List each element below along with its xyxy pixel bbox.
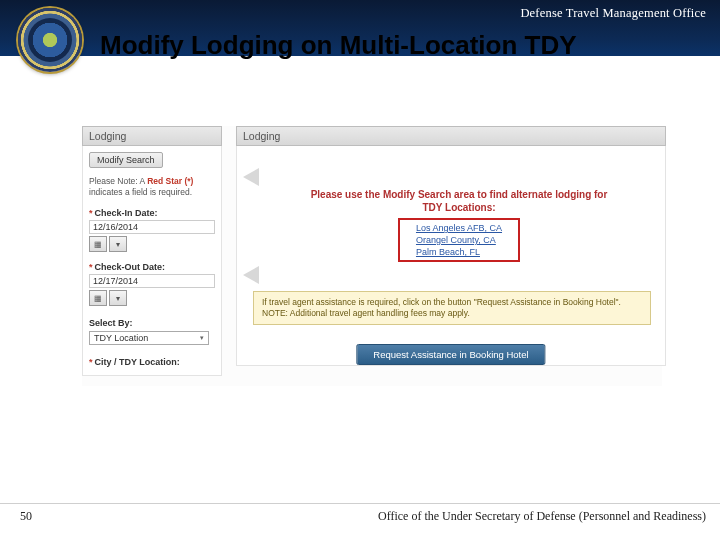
left-panel: Lodging Modify Search Please Note: A Red… (82, 126, 222, 376)
travel-agent-note: If travel agent assistance is required, … (253, 291, 651, 325)
tdy-location-link[interactable]: Orangel County, CA (416, 234, 502, 246)
modify-search-notice: Please use the Modify Search area to fin… (267, 188, 651, 262)
required-star-icon: * (89, 208, 93, 218)
page-number: 50 (20, 509, 32, 524)
select-by-value: TDY Location (94, 333, 148, 343)
left-panel-title: Lodging (82, 126, 222, 146)
left-panel-body: Modify Search Please Note: A Red Star (*… (82, 146, 222, 376)
footer-divider (0, 503, 720, 504)
checkin-value: 12/16/2014 (89, 220, 215, 234)
checkin-calendar-button[interactable]: ▦ (89, 236, 107, 252)
required-star-icon: * (89, 357, 93, 367)
tdy-locations-box: Los Angeles AFB, CA Orangel County, CA P… (398, 218, 520, 262)
notice-line2: TDY Locations: (267, 201, 651, 214)
right-panel-title: Lodging (236, 126, 666, 146)
note-prefix: Please Note: A (89, 176, 147, 186)
footer-text: Office of the Under Secretary of Defense… (378, 509, 706, 524)
note-red: Red Star (*) (147, 176, 193, 186)
checkout-value: 12/17/2014 (89, 274, 215, 288)
checkout-label: *Check-Out Date: (89, 262, 215, 272)
modify-search-button[interactable]: Modify Search (89, 152, 163, 168)
select-by-label: Select By: (89, 318, 215, 328)
note-suffix: indicates a field is required. (89, 187, 192, 197)
arrow-left-icon (243, 266, 259, 284)
dod-seal-icon (18, 8, 82, 72)
chevron-down-icon: ▾ (200, 334, 204, 342)
required-star-icon: * (89, 262, 93, 272)
tdy-location-link[interactable]: Palm Beach, FL (416, 246, 502, 258)
request-assistance-button[interactable]: Request Assistance in Booking Hotel (356, 344, 545, 365)
slide-title: Modify Lodging on Multi-Location TDY (100, 30, 577, 61)
checkin-label: *Check-In Date: (89, 208, 215, 218)
header-org: Defense Travel Management Office (520, 6, 706, 21)
screenshot-region: Lodging Modify Search Please Note: A Red… (82, 126, 662, 386)
right-panel: Lodging Please use the Modify Search are… (236, 126, 666, 366)
select-by-dropdown[interactable]: TDY Location ▾ (89, 331, 209, 345)
arrow-left-icon (243, 168, 259, 186)
checkin-dropdown-button[interactable]: ▾ (109, 236, 127, 252)
required-note: Please Note: A Red Star (*) indicates a … (89, 176, 215, 198)
notice-line1: Please use the Modify Search area to fin… (267, 188, 651, 201)
checkout-dropdown-button[interactable]: ▾ (109, 290, 127, 306)
tdy-location-link[interactable]: Los Angeles AFB, CA (416, 222, 502, 234)
calendar-icon: ▦ (94, 240, 102, 249)
slide: Defense Travel Management Office Modify … (0, 0, 720, 540)
right-panel-body: Please use the Modify Search area to fin… (236, 146, 666, 366)
city-label: *City / TDY Location: (89, 357, 215, 367)
calendar-icon: ▦ (94, 294, 102, 303)
checkout-calendar-button[interactable]: ▦ (89, 290, 107, 306)
chevron-down-icon: ▾ (116, 294, 120, 303)
chevron-down-icon: ▾ (116, 240, 120, 249)
